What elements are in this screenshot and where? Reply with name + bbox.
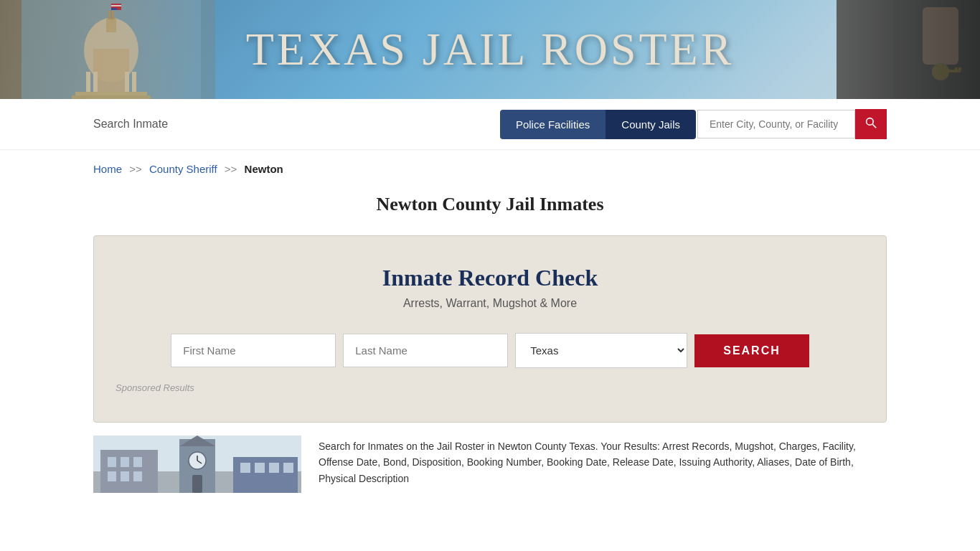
svg-rect-47 (283, 463, 293, 473)
svg-rect-11 (72, 95, 151, 99)
record-check-subtitle: Arrests, Warrant, Mugshot & More (116, 297, 864, 310)
nav-bar: Search Inmate Police Facilities County J… (0, 99, 980, 150)
inmate-search-form: AlabamaAlaskaArizonaArkansasCaliforniaCo… (116, 333, 864, 368)
svg-point-25 (867, 118, 874, 126)
svg-rect-24 (958, 67, 961, 70)
svg-rect-44 (240, 463, 250, 473)
svg-rect-3 (93, 49, 129, 99)
keys-illustration (837, 0, 980, 99)
police-facilities-button[interactable]: Police Facilities (500, 110, 606, 139)
svg-rect-45 (255, 463, 265, 473)
svg-rect-43 (233, 457, 298, 493)
breadcrumb-current: Newton (245, 163, 283, 175)
capitol-illustration (22, 0, 201, 99)
svg-rect-10 (75, 92, 147, 95)
nav-facility-buttons: Police Facilities County Jails (500, 109, 887, 139)
facility-search-input[interactable] (697, 110, 855, 138)
breadcrumb-home[interactable]: Home (93, 163, 122, 175)
svg-point-21 (932, 63, 949, 80)
header-banner: Texas Jail Roster (0, 0, 980, 99)
nav-search-label: Search Inmate (93, 118, 500, 131)
svg-rect-33 (133, 457, 142, 467)
breadcrumb: Home >> County Sheriff >> Newton (0, 150, 980, 181)
svg-rect-36 (133, 471, 142, 481)
county-jails-button[interactable]: County Jails (606, 110, 696, 139)
facility-search-button[interactable] (855, 109, 887, 139)
svg-rect-23 (955, 67, 958, 70)
last-name-input[interactable] (343, 334, 508, 367)
svg-rect-31 (108, 457, 116, 467)
svg-rect-22 (946, 70, 961, 72)
svg-rect-46 (269, 463, 279, 473)
record-check-box: Inmate Record Check Arrests, Warrant, Mu… (93, 235, 887, 423)
sponsored-label: Sponsored Results (116, 382, 864, 393)
page-title-section: Newton County Jail Inmates (0, 181, 980, 222)
svg-rect-32 (121, 457, 129, 467)
svg-rect-34 (108, 471, 116, 481)
first-name-input[interactable] (171, 334, 336, 367)
county-building-image (93, 435, 301, 493)
svg-rect-35 (121, 471, 129, 481)
breadcrumb-sep2: >> (225, 163, 237, 175)
svg-rect-16 (837, 0, 980, 99)
record-check-title: Inmate Record Check (116, 265, 864, 291)
svg-rect-15 (111, 8, 117, 10)
building-icon (93, 435, 301, 493)
inmate-search-button[interactable]: SEARCH (694, 334, 809, 367)
svg-rect-4 (106, 18, 116, 32)
state-select[interactable]: AlabamaAlaskaArizonaArkansasCaliforniaCo… (515, 333, 687, 368)
breadcrumb-county-sheriff[interactable]: County Sheriff (149, 163, 217, 175)
breadcrumb-sep1: >> (129, 163, 142, 175)
site-title: Texas Jail Roster (246, 23, 735, 76)
search-icon (865, 117, 877, 128)
svg-rect-19 (894, 0, 900, 99)
bottom-description: Search for Inmates on the Jail Roster in… (319, 435, 887, 486)
svg-rect-17 (858, 0, 864, 99)
page-title: Newton County Jail Inmates (0, 194, 980, 215)
svg-rect-18 (876, 0, 882, 99)
svg-line-26 (872, 124, 876, 128)
svg-rect-20 (923, 7, 958, 65)
svg-rect-14 (111, 5, 121, 6)
svg-rect-42 (192, 475, 202, 493)
bottom-section: Search for Inmates on the Jail Roster in… (93, 435, 887, 493)
